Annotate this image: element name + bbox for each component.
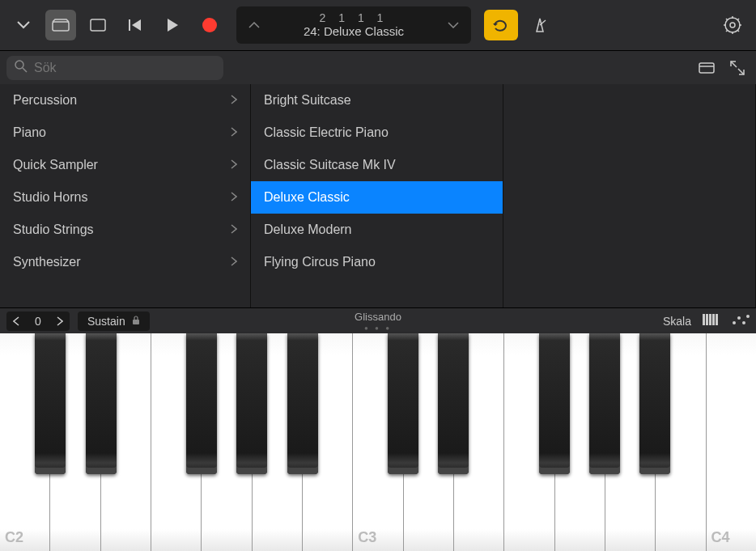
preset-row[interactable]: Classic Suitcase Mk IV [251, 149, 503, 181]
svg-rect-1 [91, 19, 105, 31]
preset-row[interactable]: Deluxe Classic [251, 181, 503, 214]
top-toolbar: 2 1 1 1 24: Deluxe Classic [0, 0, 756, 50]
cycle-button[interactable] [484, 10, 518, 40]
record-button[interactable] [194, 10, 225, 40]
black-key[interactable] [236, 333, 267, 474]
black-key[interactable] [35, 333, 66, 474]
svg-point-28 [746, 315, 750, 318]
svg-rect-24 [716, 314, 718, 325]
key-label: C3 [358, 529, 376, 546]
preset-column: Bright SuitcaseClassic Electric PianoCla… [251, 84, 503, 307]
detail-column [503, 84, 756, 307]
svg-line-9 [726, 19, 728, 20]
category-row[interactable]: Synthesizer [0, 246, 250, 278]
dropdown-button[interactable] [8, 10, 39, 40]
black-key[interactable] [589, 333, 620, 474]
svg-rect-20 [703, 314, 705, 325]
preset-label: Classic Electric Piano [264, 125, 389, 140]
play-mode-label: Glissando [355, 311, 401, 323]
svg-rect-23 [712, 314, 715, 325]
chevron-right-icon [231, 190, 237, 205]
black-key[interactable] [186, 333, 217, 474]
panel-button[interactable] [694, 53, 719, 83]
preset-row[interactable]: Classic Electric Piano [251, 117, 503, 149]
search-bar [0, 50, 756, 84]
keyboard-controls: 0 Sustain Glissando ● ● ● Skala [0, 307, 756, 333]
rewind-button[interactable] [120, 10, 151, 40]
preset-label: Deluxe Classic [264, 190, 350, 205]
sound-browser: PercussionPianoQuick SamplerStudio Horns… [0, 84, 756, 307]
category-row[interactable]: Studio Horns [0, 181, 250, 214]
library-button[interactable] [45, 10, 76, 40]
preset-label: Deluxe Modern [264, 223, 352, 237]
page-dots: ● ● ● [355, 324, 401, 332]
display-counter: 2 1 1 1 [264, 11, 444, 25]
display-patch: 24: Deluxe Classic [264, 24, 444, 39]
chevron-right-icon [231, 255, 237, 269]
svg-line-17 [731, 61, 737, 67]
preset-label: Bright Suitcase [264, 93, 351, 108]
keyboard-width-button[interactable] [703, 314, 720, 328]
white-key[interactable]: C4 [707, 333, 756, 551]
svg-line-11 [726, 30, 728, 32]
sustain-label: Sustain [87, 315, 125, 328]
svg-point-4 [730, 23, 735, 28]
category-row[interactable]: Studio Strings [0, 214, 250, 246]
octave-value: 0 [26, 315, 50, 328]
black-key[interactable] [287, 333, 318, 474]
view-button[interactable] [83, 10, 113, 40]
preset-row[interactable]: Bright Suitcase [251, 84, 503, 117]
preset-row[interactable]: Flying Circus Piano [251, 246, 503, 278]
preset-label: Flying Circus Piano [264, 255, 376, 269]
svg-line-10 [737, 30, 739, 32]
preset-row[interactable]: Deluxe Modern [251, 214, 503, 246]
svg-rect-21 [706, 314, 708, 325]
preset-label: Classic Suitcase Mk IV [264, 158, 396, 172]
black-key[interactable] [86, 333, 117, 474]
black-key[interactable] [388, 333, 418, 474]
right-controls: Skala [663, 314, 750, 328]
piano-keyboard: C2C3C4 [0, 333, 756, 551]
category-label: Studio Strings [13, 223, 94, 237]
octave-down-button[interactable] [6, 312, 26, 331]
expand-button[interactable] [725, 53, 750, 83]
settings-button[interactable] [717, 10, 748, 40]
chevron-right-icon [231, 158, 237, 172]
category-row[interactable]: Percussion [0, 84, 250, 117]
svg-point-26 [737, 316, 741, 320]
chevron-right-icon [231, 223, 237, 237]
svg-rect-22 [709, 314, 711, 325]
arpeggiator-button[interactable] [732, 314, 750, 328]
black-key[interactable] [639, 333, 670, 474]
octave-selector: 0 [6, 312, 70, 331]
category-row[interactable]: Quick Sampler [0, 149, 250, 181]
prev-patch-button[interactable] [244, 10, 264, 40]
next-patch-button[interactable] [444, 10, 463, 40]
play-mode[interactable]: Glissando ● ● ● [355, 311, 401, 332]
key-label: C4 [711, 529, 730, 546]
svg-rect-19 [133, 320, 139, 324]
black-key[interactable] [438, 333, 469, 474]
scale-button[interactable]: Skala [663, 315, 691, 328]
svg-point-2 [202, 18, 217, 32]
lcd-display: 2 1 1 1 24: Deluxe Classic [236, 6, 471, 44]
black-key[interactable] [539, 333, 570, 474]
search-icon [15, 60, 28, 76]
search-wrap [6, 56, 688, 80]
svg-point-13 [15, 61, 23, 69]
sustain-button[interactable]: Sustain [78, 312, 150, 331]
key-label: C2 [5, 529, 23, 546]
category-label: Piano [13, 125, 46, 140]
display-text: 2 1 1 1 24: Deluxe Classic [264, 11, 444, 40]
category-label: Studio Horns [13, 190, 88, 205]
chevron-right-icon [231, 125, 237, 140]
metronome-button[interactable] [525, 10, 555, 40]
search-input[interactable] [6, 56, 223, 80]
category-label: Synthesizer [13, 255, 81, 269]
svg-line-14 [23, 68, 27, 72]
lock-icon [132, 315, 140, 328]
category-row[interactable]: Piano [0, 117, 250, 149]
play-button[interactable] [157, 10, 188, 40]
chevron-right-icon [231, 93, 237, 108]
octave-up-button[interactable] [50, 312, 70, 331]
